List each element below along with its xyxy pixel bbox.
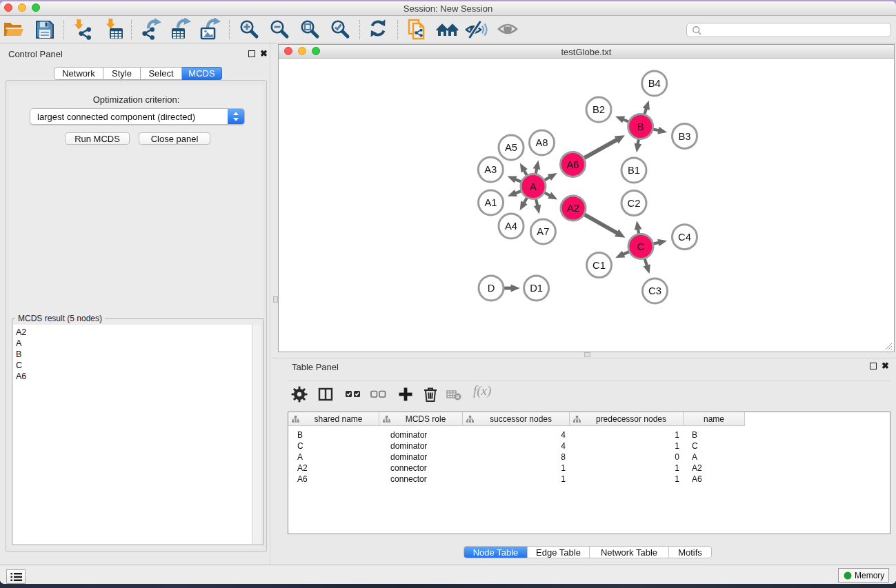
svg-text:C2: C2 [628,198,641,209]
svg-text:A8: A8 [535,137,548,148]
svg-text:D1: D1 [530,283,543,294]
svg-text:B: B [637,121,644,132]
svg-text:D: D [488,283,495,294]
svg-text:A4: A4 [505,221,517,232]
svg-text:B3: B3 [678,131,690,142]
svg-text:A6: A6 [566,159,579,170]
svg-text:A5: A5 [505,142,517,153]
svg-text:B1: B1 [628,165,640,176]
svg-text:C: C [637,241,645,252]
svg-text:A1: A1 [484,197,497,208]
svg-text:A7: A7 [537,226,549,237]
svg-text:C1: C1 [593,260,606,271]
svg-text:B2: B2 [593,104,605,115]
svg-text:C3: C3 [648,285,661,296]
svg-text:C4: C4 [678,232,691,243]
svg-text:A2: A2 [567,203,579,214]
svg-text:A3: A3 [484,164,497,175]
svg-text:A: A [530,181,537,192]
svg-text:B4: B4 [648,78,661,89]
